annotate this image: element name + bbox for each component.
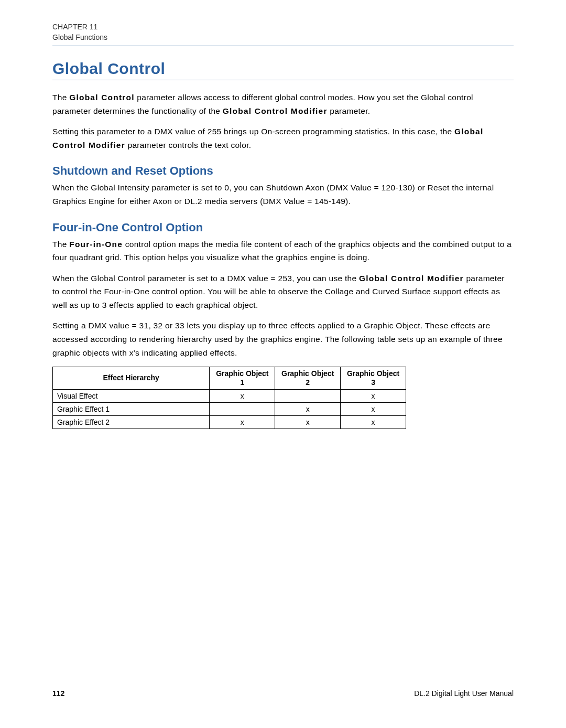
- text-run: The: [52, 240, 69, 249]
- bold-global-control-modifier: Global Control Modifier: [359, 274, 464, 283]
- col-header-obj3: Graphic Object 3: [341, 367, 406, 390]
- bold-global-control-modifier: Global Control Modifier: [223, 106, 328, 115]
- bold-global-control: Global Control: [69, 93, 134, 102]
- fourinone-paragraph-2: When the Global Control parameter is set…: [52, 272, 514, 312]
- col-header-obj1: Graphic Object 1: [210, 367, 275, 390]
- shutdown-heading: Shutdown and Reset Options: [52, 164, 514, 178]
- cell: x: [341, 402, 406, 415]
- text-run: Setting this parameter to a DMX value of…: [52, 127, 454, 136]
- table-row: Graphic Effect 1 x x: [53, 402, 406, 415]
- cell: [275, 389, 341, 402]
- fourinone-paragraph-1: The Four-in-One control option maps the …: [52, 238, 514, 264]
- cell: x: [275, 415, 341, 429]
- table-row: Graphic Effect 2 x x x: [53, 415, 406, 429]
- table-header-row: Effect Hierarchy Graphic Object 1 Graphi…: [53, 367, 406, 390]
- cell: x: [341, 389, 406, 402]
- cell-effect-label: Visual Effect: [53, 389, 210, 402]
- text-run: The: [52, 93, 69, 102]
- cell: x: [210, 415, 275, 429]
- bold-four-in-one: Four-in-One: [69, 240, 123, 249]
- page-number: 112: [52, 689, 64, 698]
- text-run: parameter controls the text color.: [125, 141, 252, 149]
- intro-paragraph-2: Setting this parameter to a DMX value of…: [52, 125, 514, 152]
- chapter-label: CHAPTER 11: [52, 22, 514, 33]
- fourinone-heading: Four-in-One Control Option: [52, 221, 514, 234]
- effects-table: Effect Hierarchy Graphic Object 1 Graphi…: [52, 367, 406, 429]
- cell: [210, 402, 275, 415]
- page-header: CHAPTER 11 Global Functions: [52, 22, 514, 46]
- col-header-effect: Effect Hierarchy: [53, 367, 210, 390]
- cell: x: [210, 389, 275, 402]
- cell-effect-label: Graphic Effect 2: [53, 415, 210, 429]
- fourinone-paragraph-3: Setting a DMX value = 31, 32 or 33 lets …: [52, 319, 514, 359]
- page-footer: 112 DL.2 Digital Light User Manual: [52, 689, 514, 698]
- col-header-obj2: Graphic Object 2: [275, 367, 341, 390]
- page-title: Global Control: [52, 60, 514, 80]
- cell-effect-label: Graphic Effect 1: [53, 402, 210, 415]
- section-label: Global Functions: [52, 33, 514, 43]
- intro-paragraph-1: The Global Control parameter allows acce…: [52, 91, 514, 117]
- table-row: Visual Effect x x: [53, 389, 406, 402]
- manual-title: DL.2 Digital Light User Manual: [414, 689, 514, 698]
- text-run: When the Global Control parameter is set…: [52, 274, 359, 283]
- cell: x: [341, 415, 406, 429]
- text-run: parameter.: [328, 106, 371, 115]
- shutdown-paragraph: When the Global Intensity parameter is s…: [52, 181, 514, 208]
- cell: x: [275, 402, 341, 415]
